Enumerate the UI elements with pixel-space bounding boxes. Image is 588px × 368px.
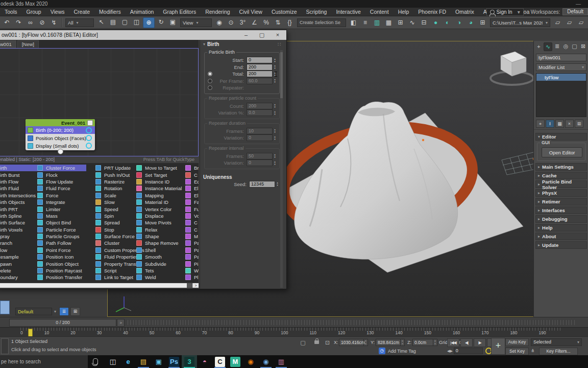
material-editor-icon[interactable]: ●: [430, 18, 441, 28]
workspace-dropdown[interactable]: Default: [562, 8, 588, 15]
depot-operator[interactable]: C: [185, 171, 199, 178]
selection-region-icon[interactable]: ▢: [299, 339, 307, 346]
menu-item[interactable]: Create: [69, 9, 95, 15]
redo-icon[interactable]: ↷: [13, 18, 24, 28]
depot-operator[interactable]: Rotation: [95, 185, 142, 192]
mirror-icon[interactable]: ◧: [348, 18, 359, 28]
utilities-tab-icon[interactable]: ⊠: [579, 42, 587, 50]
spinner-snap-icon[interactable]: ⇅: [273, 18, 283, 28]
depot-operator[interactable]: Pl: [185, 274, 199, 281]
add-time-tag-button[interactable]: Add Time Tag: [388, 349, 416, 354]
object-name-field[interactable]: tyFlow001: [536, 54, 586, 61]
select-and-scale-icon[interactable]: ▣: [167, 17, 178, 27]
value-field[interactable]: 12345: [249, 181, 275, 188]
selection-filter-dropdown[interactable]: All▾: [65, 18, 94, 27]
node-operator-row[interactable]: Birth (0-200; 200): [26, 126, 95, 134]
chrome-icon[interactable]: ◉: [258, 355, 274, 368]
play-button[interactable]: ▶: [474, 338, 486, 347]
percent-snap-icon[interactable]: %: [261, 18, 272, 28]
link-info-icon[interactable]: ⊞: [70, 307, 80, 316]
spinner-control[interactable]: ▴▾: [273, 159, 277, 166]
depot-operator[interactable]: Push In/Out: [95, 171, 142, 178]
sign-in-button[interactable]: Sign In ▾: [486, 8, 524, 16]
depot-operator[interactable]: Scale: [95, 192, 142, 199]
select-by-name-icon[interactable]: ▤: [108, 17, 118, 27]
microphone-icon[interactable]: [93, 358, 98, 365]
radio-button[interactable]: [208, 85, 212, 90]
depot-operator[interactable]: Set Target: [136, 171, 187, 178]
depot-operator[interactable]: Script: [95, 267, 142, 274]
depot-operator[interactable]: Particle Force: [37, 226, 94, 233]
depot-operator[interactable]: Pa: [185, 240, 199, 246]
value-field[interactable]: 0: [247, 159, 273, 166]
value-field[interactable]: 0: [247, 134, 273, 141]
value-field[interactable]: 200: [247, 103, 273, 109]
node-output-connector[interactable]: [58, 149, 63, 154]
depot-operator[interactable]: Flow Update: [37, 178, 94, 185]
spinner-control[interactable]: ▴▾: [273, 103, 277, 109]
angle-snap-icon[interactable]: ∠: [249, 18, 260, 28]
scroll-right-arrow[interactable]: >: [192, 283, 199, 288]
menu-item[interactable]: Help: [394, 9, 414, 15]
depot-operator[interactable]: Position Object: [37, 260, 94, 267]
depot-operator[interactable]: Particle Groups: [37, 233, 94, 240]
align-icon[interactable]: ≡: [360, 18, 371, 28]
depot-operator[interactable]: Subdivide: [136, 260, 187, 267]
store-icon[interactable]: ▣: [151, 355, 166, 368]
depot-operator[interactable]: Material ID: [136, 199, 187, 205]
depot-operator[interactable]: Slow: [95, 199, 142, 205]
project-folder-dropdown[interactable]: C:\Users\T...s Max 2020▾: [490, 18, 550, 27]
open-editor-button[interactable]: Open Editor: [542, 147, 582, 157]
modify-tab-icon[interactable]: ∿: [544, 42, 552, 51]
rollout-editor[interactable]: ▾ Editor: [535, 133, 587, 141]
modifier-stack-item[interactable]: tyFlow: [536, 74, 586, 81]
depot-operator[interactable]: Move Pivots: [136, 219, 187, 226]
undo-icon[interactable]: ↶: [2, 18, 12, 28]
rollout[interactable]: ▸ PhysX: [535, 189, 587, 197]
rollout[interactable]: ▸ Interfaces: [535, 206, 587, 214]
auto-key-button[interactable]: Auto Key: [505, 338, 529, 346]
radio-button[interactable]: [208, 72, 212, 76]
depot-operator[interactable]: Position Transfer: [37, 274, 94, 281]
depot-operator[interactable]: Shape Remove: [136, 240, 187, 246]
modifier-list-dropdown[interactable]: Modifier List ▾: [536, 63, 586, 71]
radio-button[interactable]: [208, 79, 212, 83]
set-key-button[interactable]: Set Key: [505, 348, 529, 355]
depot-operator[interactable]: Displace: [136, 213, 187, 219]
window-crossing-icon[interactable]: ◫: [131, 17, 142, 27]
depot-operator[interactable]: C: [185, 226, 199, 233]
render-setup-icon[interactable]: ◐: [442, 18, 453, 28]
make-unique-icon[interactable]: ▦: [555, 120, 564, 128]
use-pivot-icon[interactable]: ◉: [214, 18, 225, 28]
blender-icon[interactable]: ◉: [243, 355, 258, 368]
depot-operator[interactable]: El: [185, 192, 199, 199]
next-frame-arrow-button[interactable]: >: [117, 319, 125, 327]
m-app-icon[interactable]: M: [228, 355, 243, 368]
depot-operator[interactable]: Rasterize: [95, 178, 142, 185]
select-and-move-icon[interactable]: ⊕: [143, 17, 155, 28]
depot-operator[interactable]: Flock: [37, 171, 94, 178]
birth-rollout-title[interactable]: Birth: [207, 41, 219, 47]
depot-operator[interactable]: Weld: [136, 274, 187, 281]
previous-frame-button[interactable]: ◀|: [460, 338, 473, 347]
save-scene-icon[interactable]: ▱: [576, 18, 586, 28]
motion-tab-icon[interactable]: ◎: [562, 42, 570, 50]
depot-operator[interactable]: W: [185, 267, 199, 274]
depot-operator[interactable]: Point Force: [37, 247, 94, 254]
reference-coordinate-dropdown[interactable]: View▾: [180, 18, 212, 27]
depot-operator[interactable]: PRT Update: [95, 165, 142, 171]
select-object-icon[interactable]: ↖: [96, 17, 107, 27]
spinner-control[interactable]: ▴▾: [273, 153, 277, 159]
spinner-control[interactable]: ▴▾: [273, 128, 277, 134]
spinner-control[interactable]: ▴▾: [273, 134, 277, 141]
menu-item[interactable]: Phoenix FD: [413, 9, 451, 15]
depot-operator[interactable]: Property Transfer: [95, 260, 142, 267]
depot-operator[interactable]: Pi: [185, 260, 199, 267]
rollout[interactable]: ▸ Update: [535, 241, 587, 249]
flow-tab[interactable]: w001: [0, 40, 16, 48]
grid-view-icon[interactable]: ⊞: [477, 18, 488, 28]
spinner-control[interactable]: ▴▾: [273, 57, 277, 63]
ribbon-toggle-icon[interactable]: ⊞: [395, 18, 406, 28]
value-field[interactable]: 200: [247, 71, 273, 77]
display-color-swatch[interactable]: [86, 135, 92, 141]
